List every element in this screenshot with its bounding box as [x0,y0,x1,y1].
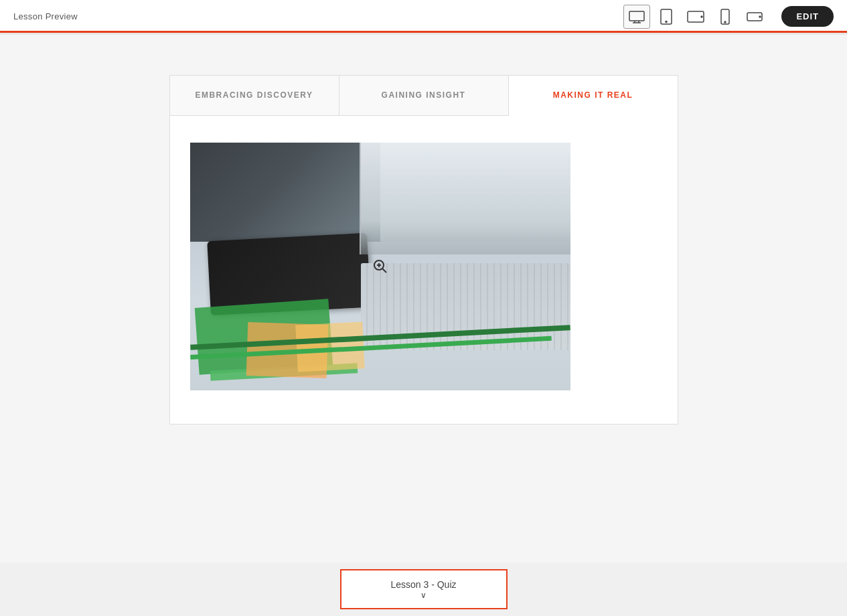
svg-line-13 [382,268,386,273]
tab-gaining-insight[interactable]: GAINING INSIGHT [339,76,509,115]
bottom-bar: Lesson 3 - Quiz ∨ [0,562,847,616]
content-image[interactable] [190,143,570,390]
svg-point-7 [701,16,702,17]
tab-embracing-discovery[interactable]: EMBRACING DISCOVERY [170,76,339,115]
mobile-landscape-view-button[interactable] [741,5,768,29]
tabs-container: EMBRACING DISCOVERY GAINING INSIGHT MAKI… [169,75,678,425]
tab-making-it-real[interactable]: MAKING IT REAL [509,76,678,116]
mobile-view-button[interactable] [712,5,739,29]
quiz-button[interactable]: Lesson 3 - Quiz ∨ [340,569,508,609]
tablet-landscape-view-button[interactable] [682,5,709,29]
chevron-down-icon: ∨ [420,591,427,599]
device-toolbar [623,5,768,29]
tabs-header: EMBRACING DISCOVERY GAINING INSIGHT MAKI… [170,76,678,116]
zoom-icon[interactable] [372,258,388,275]
top-bar: Lesson Preview [0,0,847,35]
svg-rect-0 [629,11,644,21]
edit-button[interactable]: EDIT [781,6,834,27]
lesson-preview-label: Lesson Preview [13,11,78,21]
main-content: EMBRACING DISCOVERY GAINING INSIGHT MAKI… [0,35,847,570]
svg-point-5 [666,21,667,22]
svg-point-11 [759,16,761,17]
tablet-portrait-view-button[interactable] [653,5,680,29]
svg-point-9 [724,21,726,23]
quiz-button-label: Lesson 3 - Quiz [390,579,456,590]
desktop-view-button[interactable] [623,5,650,29]
tab-content-area [170,116,678,424]
